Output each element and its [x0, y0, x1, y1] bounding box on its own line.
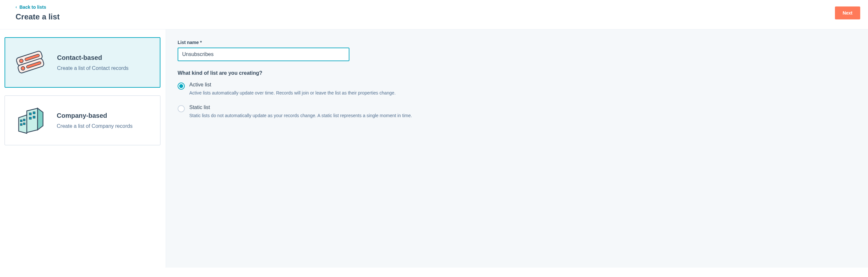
svg-rect-16: [33, 116, 35, 118]
card-text: Contact-based Create a list of Contact r…: [57, 54, 129, 71]
card-title: Contact-based: [57, 54, 129, 62]
card-desc: Create a list of Contact records: [57, 65, 129, 71]
header-left: ‹ Back to lists Create a list: [16, 4, 60, 21]
card-company-based[interactable]: Company-based Create a list of Company r…: [4, 96, 160, 145]
radio-label: Active list: [189, 82, 396, 88]
radio-text: Static list Static lists do not automati…: [189, 105, 412, 118]
svg-rect-15: [29, 117, 31, 119]
chevron-left-icon: ‹: [16, 5, 17, 9]
svg-rect-9: [21, 120, 22, 122]
list-name-label: List name *: [178, 40, 856, 45]
list-kind-heading: What kind of list are you creating?: [178, 70, 856, 76]
svg-rect-13: [29, 113, 31, 115]
svg-marker-7: [38, 108, 43, 130]
header-bar: ‹ Back to lists Create a list Next: [0, 0, 868, 29]
left-panel: Contact-based Create a list of Contact r…: [0, 29, 166, 268]
right-panel: List name * What kind of list are you cr…: [166, 29, 868, 268]
back-link-label: Back to lists: [20, 4, 46, 10]
card-text: Company-based Create a list of Company r…: [57, 112, 132, 129]
radio-desc: Static lists do not automatically update…: [189, 113, 412, 118]
svg-rect-12: [23, 123, 25, 125]
radio-dot-icon: [179, 84, 183, 88]
company-buildings-icon: [13, 104, 46, 137]
card-contact-based[interactable]: Contact-based Create a list of Contact r…: [4, 37, 160, 88]
card-desc: Create a list of Company records: [57, 123, 132, 129]
svg-rect-14: [33, 112, 35, 114]
card-title: Company-based: [57, 112, 132, 119]
back-to-lists-link[interactable]: ‹ Back to lists: [16, 4, 60, 10]
radio-label: Static list: [189, 105, 412, 110]
contact-records-icon: [13, 46, 47, 79]
next-button[interactable]: Next: [835, 6, 860, 20]
svg-rect-11: [21, 124, 22, 126]
list-name-input[interactable]: [178, 47, 349, 61]
main-area: Contact-based Create a list of Contact r…: [0, 29, 868, 268]
radio-active-list[interactable]: Active list Active lists automatically u…: [178, 82, 856, 96]
radio-desc: Active lists automatically update over t…: [189, 90, 396, 96]
radio-text: Active list Active lists automatically u…: [189, 82, 396, 96]
radio-static-list[interactable]: Static list Static lists do not automati…: [178, 105, 856, 118]
page-title: Create a list: [16, 12, 60, 21]
svg-marker-6: [27, 108, 38, 133]
svg-marker-8: [19, 115, 27, 133]
radio-button-unselected-icon[interactable]: [178, 105, 185, 112]
radio-button-selected-icon[interactable]: [178, 82, 185, 90]
svg-rect-10: [23, 119, 25, 121]
